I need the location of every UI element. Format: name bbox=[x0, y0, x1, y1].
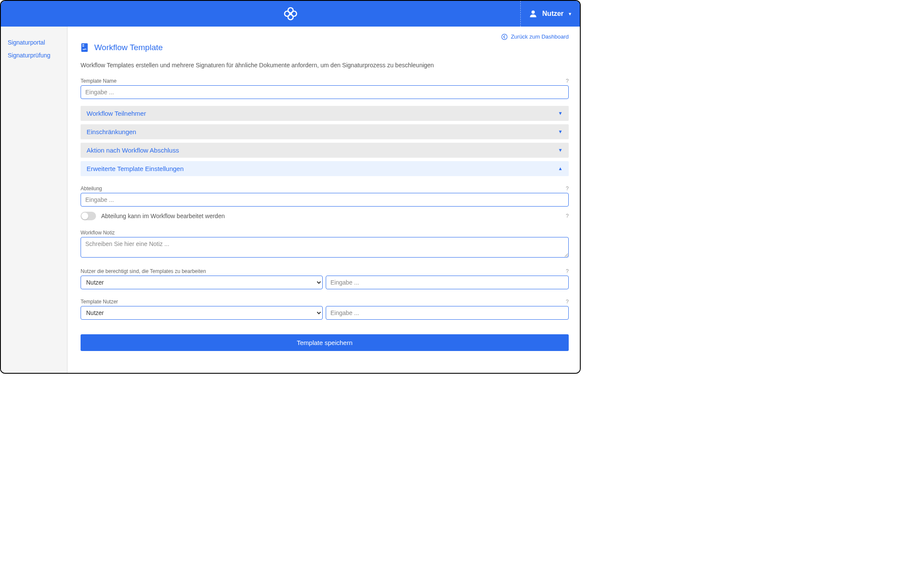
permitted-users-select[interactable]: Nutzer bbox=[81, 276, 323, 289]
template-users-input[interactable] bbox=[326, 306, 569, 320]
permitted-users-help-icon[interactable]: ? bbox=[566, 268, 569, 274]
page-heading: Workflow Template bbox=[81, 43, 569, 52]
svg-rect-9 bbox=[82, 45, 84, 46]
user-menu[interactable]: Nutzer ▼ bbox=[520, 1, 580, 27]
template-users-help-icon[interactable]: ? bbox=[566, 299, 569, 305]
svg-point-4 bbox=[290, 13, 291, 15]
accordion-group: Workflow Teilnehmer ▼ Einschränkungen ▼ … bbox=[81, 106, 569, 176]
abteilung-editable-toggle[interactable] bbox=[81, 212, 96, 220]
accordion-advanced-settings[interactable]: Erweiterte Template Einstellungen ▲ bbox=[81, 161, 569, 176]
accordion-title: Aktion nach Workflow Abschluss bbox=[87, 147, 179, 154]
toggle-knob bbox=[81, 213, 88, 219]
accordion-post-action[interactable]: Aktion nach Workflow Abschluss ▼ bbox=[81, 143, 569, 158]
template-name-label: Template Name bbox=[81, 78, 117, 84]
accordion-title: Workflow Teilnehmer bbox=[87, 110, 146, 117]
logo-icon bbox=[284, 7, 297, 21]
svg-point-6 bbox=[501, 34, 507, 39]
chevron-down-icon: ▼ bbox=[558, 147, 563, 153]
abteilung-label: Abteilung bbox=[81, 186, 102, 192]
abteilung-toggle-label: Abteilung kann im Workflow bearbeitet we… bbox=[101, 213, 225, 219]
workflow-notiz-textarea[interactable] bbox=[81, 237, 569, 258]
sidebar: Signaturportal Signaturprüfung bbox=[1, 27, 67, 373]
page-subtitle: Workflow Templates erstellen und mehrere… bbox=[81, 62, 569, 69]
accordion-title: Einschränkungen bbox=[87, 128, 136, 135]
svg-rect-7 bbox=[81, 43, 88, 52]
accordion-workflow-participants[interactable]: Workflow Teilnehmer ▼ bbox=[81, 106, 569, 121]
app-logo bbox=[284, 7, 297, 21]
template-users-select[interactable]: Nutzer bbox=[81, 306, 323, 320]
svg-rect-8 bbox=[82, 44, 84, 45]
chevron-down-icon: ▼ bbox=[568, 12, 572, 16]
abteilung-help-icon[interactable]: ? bbox=[566, 186, 569, 192]
abteilung-input[interactable] bbox=[81, 193, 569, 207]
sidebar-item-signaturportal[interactable]: Signaturportal bbox=[1, 36, 67, 49]
chevron-up-icon: ▲ bbox=[558, 166, 563, 171]
workflow-notiz-label: Workflow Notiz bbox=[81, 230, 115, 236]
user-icon bbox=[528, 9, 538, 18]
back-link-label: Zurück zum Dashboard bbox=[511, 33, 569, 40]
template-users-label: Template Nutzer bbox=[81, 299, 118, 305]
main-scroll[interactable]: Zurück zum Dashboard Workflow Template W… bbox=[67, 27, 580, 373]
chevron-down-icon: ▼ bbox=[558, 129, 563, 134]
permitted-users-label: Nutzer die berechtigt sind, die Template… bbox=[81, 268, 206, 274]
sidebar-item-signaturpruefung[interactable]: Signaturprüfung bbox=[1, 49, 67, 62]
back-to-dashboard-link[interactable]: Zurück zum Dashboard bbox=[501, 33, 569, 40]
template-name-help-icon[interactable]: ? bbox=[566, 78, 569, 84]
abteilung-toggle-help-icon[interactable]: ? bbox=[566, 213, 569, 219]
document-signature-icon bbox=[81, 43, 89, 52]
template-name-input[interactable] bbox=[81, 85, 569, 99]
top-bar: Nutzer ▼ bbox=[1, 1, 580, 27]
svg-point-5 bbox=[531, 10, 535, 14]
arrow-left-circle-icon bbox=[501, 34, 507, 40]
chevron-down-icon: ▼ bbox=[558, 111, 563, 116]
accordion-restrictions[interactable]: Einschränkungen ▼ bbox=[81, 124, 569, 139]
user-menu-label: Nutzer bbox=[542, 10, 564, 18]
app-window: Nutzer ▼ Signaturportal Signaturprüfung … bbox=[0, 0, 581, 374]
accordion-title: Erweiterte Template Einstellungen bbox=[87, 165, 184, 172]
save-template-button[interactable]: Template speichern bbox=[81, 334, 569, 351]
svg-point-3 bbox=[291, 11, 297, 16]
permitted-users-input[interactable] bbox=[326, 276, 569, 289]
main-content: Zurück zum Dashboard Workflow Template W… bbox=[68, 27, 580, 360]
svg-point-2 bbox=[285, 11, 290, 16]
page-title: Workflow Template bbox=[94, 43, 163, 52]
